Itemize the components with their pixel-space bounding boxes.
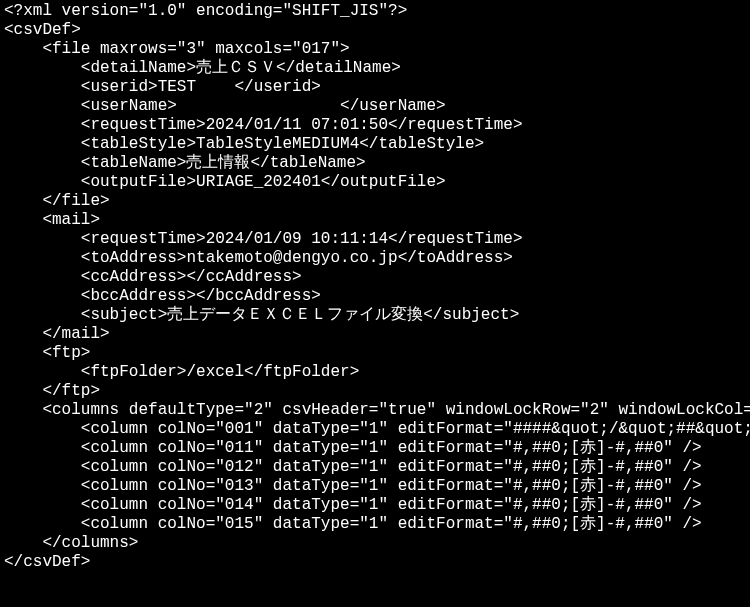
column-015: <column colNo="015" dataType="1" editFor… (4, 515, 702, 533)
columns-close: </columns> (4, 534, 138, 552)
file-open: <file maxrows="3" maxcols="017"> (4, 40, 350, 58)
mail-subject: <subject>売上データＥＸＣＥＬファイル変換</subject> (4, 306, 519, 324)
column-011: <column colNo="011" dataType="1" editFor… (4, 439, 702, 457)
file-tablename: <tableName>売上情報</tableName> (4, 154, 366, 172)
column-013: <column colNo="013" dataType="1" editFor… (4, 477, 702, 495)
xml-declaration: <?xml version="1.0" encoding="SHIFT_JIS"… (4, 2, 407, 20)
csvdef-open: <csvDef> (4, 21, 81, 39)
column-014: <column colNo="014" dataType="1" editFor… (4, 496, 702, 514)
xml-code-block: <?xml version="1.0" encoding="SHIFT_JIS"… (0, 0, 750, 576)
file-close: </file> (4, 192, 110, 210)
file-tablestyle: <tableStyle>TableStyleMEDIUM4</tableStyl… (4, 135, 484, 153)
file-outputfile: <outputFile>URIAGE_202401</outputFile> (4, 173, 446, 191)
ftp-open: <ftp> (4, 344, 90, 362)
ftp-close: </ftp> (4, 382, 100, 400)
file-requesttime: <requestTime>2024/01/11 07:01:50</reques… (4, 116, 522, 134)
mail-ccaddress: <ccAddress></ccAddress> (4, 268, 302, 286)
file-username: <userName> </userName> (4, 97, 446, 115)
mail-close: </mail> (4, 325, 110, 343)
csvdef-close: </csvDef> (4, 553, 90, 571)
mail-toaddress: <toAddress>ntakemoto@dengyo.co.jp</toAdd… (4, 249, 513, 267)
mail-bccaddress: <bccAddress></bccAddress> (4, 287, 321, 305)
file-userid: <userid>TEST </userid> (4, 78, 321, 96)
file-detailname: <detailName>売上ＣＳＶ</detailName> (4, 59, 401, 77)
column-001: <column colNo="001" dataType="1" editFor… (4, 420, 750, 438)
column-012: <column colNo="012" dataType="1" editFor… (4, 458, 702, 476)
ftp-folder: <ftpFolder>/excel</ftpFolder> (4, 363, 359, 381)
mail-open: <mail> (4, 211, 100, 229)
columns-open: <columns defaultType="2" csvHeader="true… (4, 401, 750, 419)
mail-requesttime: <requestTime>2024/01/09 10:11:14</reques… (4, 230, 522, 248)
